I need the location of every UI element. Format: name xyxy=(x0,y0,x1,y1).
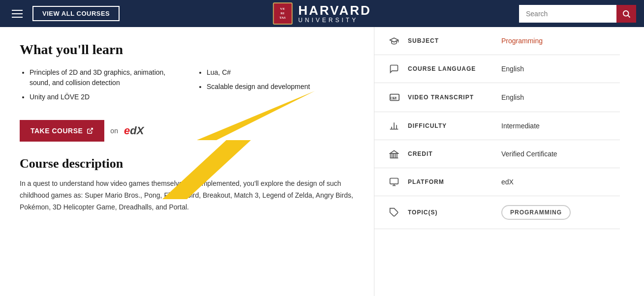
bank-icon xyxy=(389,149,404,159)
svg-text:CC: CC xyxy=(391,96,396,100)
subject-label: SUBJECT xyxy=(408,37,501,44)
svg-line-4 xyxy=(90,128,92,131)
comment-icon xyxy=(389,64,404,74)
learn-list-col1: Principles of 2D and 3D graphics, animat… xyxy=(20,67,177,106)
external-link-icon xyxy=(87,127,93,134)
sidebar-transcript-row: CC VIDEO TRANSCRIPT English xyxy=(374,83,620,112)
harvard-shield-icon: VERITAS xyxy=(273,2,292,25)
take-course-row: TAKE COURSE on edX xyxy=(20,120,354,142)
left-panel: What you'll learn Principles of 2D and 3… xyxy=(0,27,374,296)
list-item: Lua, C# xyxy=(207,67,354,78)
platform-label: PLATFORM xyxy=(408,178,501,185)
programming-topic-badge[interactable]: PROGRAMMING xyxy=(501,205,571,220)
view-all-courses-button[interactable]: VIEW ALL COURSES xyxy=(32,6,120,21)
header: VIEW ALL COURSES VERITAS HARVARD UNIVERS… xyxy=(0,0,644,27)
credit-value: Verified Certificate xyxy=(501,150,605,158)
harvard-text: HARVARD UNIVERSITY xyxy=(298,3,371,24)
svg-rect-11 xyxy=(390,178,399,184)
list-item: Scalable design and development xyxy=(207,82,354,92)
svg-line-1 xyxy=(628,15,630,17)
topics-label: TOPIC(S) xyxy=(408,209,501,216)
bar-chart-icon xyxy=(389,121,404,131)
learn-list-col2: Lua, C# Scalable design and development xyxy=(197,67,354,106)
course-description-title: Course description xyxy=(20,156,354,171)
sidebar-subject-row: SUBJECT Programming xyxy=(374,27,620,55)
menu-button[interactable] xyxy=(8,6,27,22)
harvard-university: UNIVERSITY xyxy=(298,17,371,24)
course-description-text: In a quest to understand how video games… xyxy=(20,178,354,213)
search-input[interactable] xyxy=(519,5,616,23)
list-item: Unity and LÖVE 2D xyxy=(30,92,177,102)
search-button[interactable] xyxy=(616,5,636,23)
edx-logo: edX xyxy=(124,124,144,137)
learn-list-container: Principles of 2D and 3D graphics, animat… xyxy=(20,67,354,106)
search-area xyxy=(519,5,636,23)
desktop-icon xyxy=(389,177,404,187)
on-text: on xyxy=(110,127,118,135)
sidebar-credit-row: CREDIT Verified Certificate xyxy=(374,140,620,168)
graduation-cap-icon xyxy=(389,36,404,46)
closed-caption-icon: CC xyxy=(389,92,404,103)
search-icon xyxy=(622,9,631,18)
list-item: Principles of 2D and 3D graphics, animat… xyxy=(30,67,177,88)
difficulty-value: Intermediate xyxy=(501,122,605,130)
subject-value[interactable]: Programming xyxy=(501,37,605,45)
video-transcript-value: English xyxy=(501,93,605,101)
video-transcript-label: VIDEO TRANSCRIPT xyxy=(408,94,501,101)
right-sidebar: SUBJECT Programming COURSE LANGUAGE Engl… xyxy=(374,27,620,296)
course-language-value: English xyxy=(501,65,605,73)
tag-icon xyxy=(389,207,404,217)
sidebar-platform-row: PLATFORM edX xyxy=(374,168,620,196)
sidebar-language-row: COURSE LANGUAGE English xyxy=(374,55,620,83)
platform-value: edX xyxy=(501,178,605,186)
svg-point-0 xyxy=(623,11,629,16)
harvard-logo: VERITAS HARVARD UNIVERSITY xyxy=(273,2,371,25)
take-course-label: TAKE COURSE xyxy=(31,127,83,135)
what-learn-title: What you'll learn xyxy=(20,42,354,58)
main-content: What you'll learn Principles of 2D and 3… xyxy=(0,27,644,296)
sidebar-topics-row: TOPIC(S) PROGRAMMING xyxy=(374,196,620,229)
course-language-label: COURSE LANGUAGE xyxy=(408,65,501,72)
credit-label: CREDIT xyxy=(408,150,501,157)
harvard-name: HARVARD xyxy=(298,3,371,18)
take-course-button[interactable]: TAKE COURSE xyxy=(20,120,104,142)
sidebar-difficulty-row: DIFFICULTY Intermediate xyxy=(374,112,620,140)
difficulty-label: DIFFICULTY xyxy=(408,122,501,129)
